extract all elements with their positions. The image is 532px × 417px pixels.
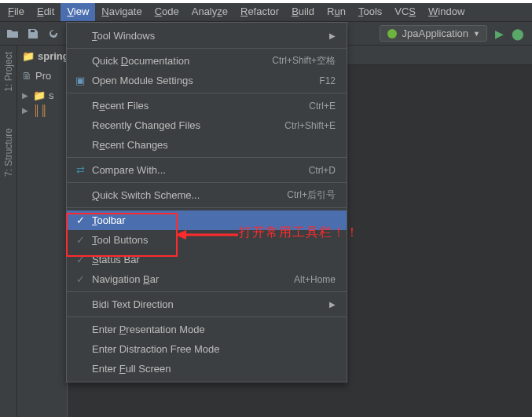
menu-file[interactable]: File — [2, 3, 31, 21]
folder-icon: 📁 — [22, 50, 35, 62]
refresh-icon[interactable] — [47, 27, 60, 40]
run-button[interactable]: ▶ — [495, 27, 504, 40]
menubar: File Edit View Navigate Code Analyze Ref… — [0, 3, 532, 22]
menu-navigate[interactable]: Navigate — [95, 3, 148, 21]
svg-point-1 — [387, 29, 397, 38]
spring-leaf-icon — [387, 28, 398, 39]
menu-code[interactable]: Code — [149, 3, 185, 21]
svg-rect-0 — [31, 30, 35, 32]
menu-item-recent-files[interactable]: Recent Files Ctrl+E — [67, 96, 347, 115]
menu-vcs[interactable]: VCS — [388, 3, 422, 21]
gutter-tab-label: 7: Structure — [3, 128, 14, 177]
project-root[interactable]: 📁 spring — [17, 49, 67, 64]
diff-icon: ⇄ — [75, 164, 86, 176]
check-icon: ✓ — [75, 254, 86, 265]
menu-item-quick-documentation[interactable]: Quick Documentation Ctrl+Shift+空格 — [67, 51, 347, 71]
check-icon: ✓ — [75, 214, 86, 226]
menu-refactor[interactable]: Refactor — [234, 3, 285, 21]
menu-item-compare-with[interactable]: ⇄ Compare With... Ctrl+D — [67, 160, 347, 180]
project-tab-row[interactable]: 🗎 Pro — [17, 68, 67, 83]
open-icon[interactable] — [6, 27, 19, 40]
debug-button[interactable]: ⬤ — [512, 27, 524, 40]
menu-item-presentation-mode[interactable]: Enter Presentation Mode — [67, 320, 347, 339]
run-config-selector[interactable]: JpaApplication ▼ — [380, 25, 487, 42]
menu-view[interactable]: View — [61, 3, 95, 21]
view-menu-dropdown: Tool Windows ▶ Quick Documentation Ctrl+… — [66, 22, 347, 382]
menu-run[interactable]: Run — [321, 3, 352, 21]
left-gutter: 1: Project 7: Structure — [0, 46, 17, 417]
menu-tools[interactable]: Tools — [352, 3, 388, 21]
tree-expand-icon[interactable]: ▶ — [22, 106, 28, 115]
menu-item-tool-windows[interactable]: Tool Windows ▶ — [67, 26, 347, 46]
gutter-tab-project[interactable]: 1: Project — [2, 46, 16, 98]
menu-item-bidi[interactable]: Bidi Text Direction ▶ — [67, 294, 347, 314]
module-settings-icon: ▣ — [75, 75, 86, 86]
tree-row[interactable]: ▶ 📁 s — [17, 88, 67, 103]
menu-item-recent-changes[interactable]: Recent Changes — [67, 135, 347, 155]
folder-icon: 📁 — [33, 90, 46, 101]
check-icon: ✓ — [75, 273, 86, 285]
save-all-icon[interactable] — [27, 27, 39, 40]
menu-item-recently-changed-files[interactable]: Recently Changed Files Ctrl+Shift+E — [67, 115, 347, 135]
menu-item-navigation-bar[interactable]: ✓ Navigation Bar Alt+Home — [67, 269, 347, 289]
menu-build[interactable]: Build — [285, 3, 321, 21]
menu-item-full-screen[interactable]: Enter Full Screen — [67, 359, 347, 379]
menu-item-toolbar[interactable]: ✓ Toolbar — [67, 210, 347, 230]
gutter-tab-structure[interactable]: 7: Structure — [2, 122, 16, 183]
project-icon: 🗎 — [22, 70, 32, 82]
submenu-arrow-icon: ▶ — [329, 300, 336, 309]
check-icon: ✓ — [75, 234, 86, 246]
menu-item-tool-buttons[interactable]: ✓ Tool Buttons — [67, 230, 347, 250]
tree-row[interactable]: ▶ ║║ — [17, 103, 67, 118]
ext-lib-icon: ║║ — [33, 104, 47, 116]
menu-item-status-bar[interactable]: ✓ Status Bar — [67, 250, 347, 269]
submenu-arrow-icon: ▶ — [329, 31, 336, 40]
run-config-label: JpaApplication — [402, 27, 469, 39]
project-root-label: spring — [38, 50, 68, 62]
project-tool-window: 📁 spring 🗎 Pro ▶ 📁 s ▶ ║║ — [17, 46, 68, 417]
menu-item-open-module-settings[interactable]: ▣ Open Module Settings F12 — [67, 71, 347, 90]
menu-edit[interactable]: Edit — [31, 3, 61, 21]
chevron-down-icon: ▼ — [473, 30, 480, 38]
tree-expand-icon[interactable]: ▶ — [22, 91, 28, 100]
menu-item-distraction-free-mode[interactable]: Enter Distraction Free Mode — [67, 339, 347, 359]
menu-window[interactable]: Window — [422, 3, 471, 21]
gutter-tab-label: 1: Project — [3, 52, 14, 92]
menu-analyze[interactable]: Analyze — [185, 3, 234, 21]
menu-item-quick-switch-scheme[interactable]: Quick Switch Scheme... Ctrl+后引号 — [67, 185, 347, 205]
